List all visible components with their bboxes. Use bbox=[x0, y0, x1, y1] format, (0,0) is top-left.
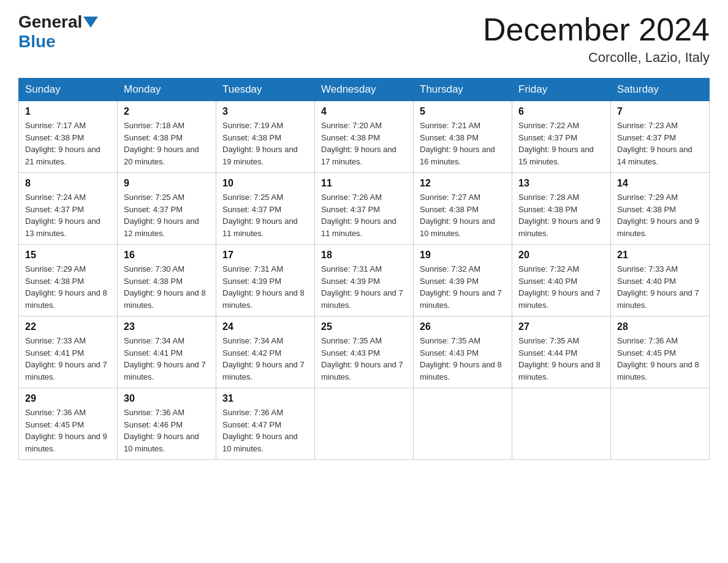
day-info: Sunrise: 7:35 AM Sunset: 4:43 PM Dayligh… bbox=[420, 335, 506, 383]
week-row-5: 29 Sunrise: 7:36 AM Sunset: 4:45 PM Dayl… bbox=[19, 388, 710, 460]
day-number: 2 bbox=[124, 106, 210, 117]
week-row-2: 8 Sunrise: 7:24 AM Sunset: 4:37 PM Dayli… bbox=[19, 173, 710, 245]
day-info: Sunrise: 7:22 AM Sunset: 4:37 PM Dayligh… bbox=[518, 120, 604, 167]
day-header-friday: Friday bbox=[512, 79, 611, 101]
header-row: SundayMondayTuesdayWednesdayThursdayFrid… bbox=[19, 79, 710, 101]
logo: General Blue bbox=[18, 12, 99, 52]
day-info: Sunrise: 7:20 AM Sunset: 4:38 PM Dayligh… bbox=[321, 120, 407, 167]
calendar-cell: 25 Sunrise: 7:35 AM Sunset: 4:43 PM Dayl… bbox=[315, 316, 414, 388]
day-number: 24 bbox=[222, 321, 308, 332]
day-number: 27 bbox=[518, 321, 604, 332]
calendar-cell: 18 Sunrise: 7:31 AM Sunset: 4:39 PM Dayl… bbox=[315, 245, 414, 316]
calendar-cell: 2 Sunrise: 7:18 AM Sunset: 4:38 PM Dayli… bbox=[118, 101, 216, 173]
day-info: Sunrise: 7:23 AM Sunset: 4:37 PM Dayligh… bbox=[617, 120, 703, 167]
day-header-saturday: Saturday bbox=[611, 79, 710, 101]
calendar-cell: 28 Sunrise: 7:36 AM Sunset: 4:45 PM Dayl… bbox=[611, 316, 710, 388]
day-number: 14 bbox=[617, 178, 703, 189]
calendar-cell: 9 Sunrise: 7:25 AM Sunset: 4:37 PM Dayli… bbox=[118, 173, 216, 245]
day-number: 20 bbox=[518, 250, 604, 261]
week-row-3: 15 Sunrise: 7:29 AM Sunset: 4:38 PM Dayl… bbox=[19, 245, 710, 316]
day-number: 19 bbox=[420, 250, 506, 261]
day-info: Sunrise: 7:33 AM Sunset: 4:41 PM Dayligh… bbox=[25, 335, 111, 383]
day-info: Sunrise: 7:35 AM Sunset: 4:43 PM Dayligh… bbox=[321, 335, 407, 383]
day-info: Sunrise: 7:17 AM Sunset: 4:38 PM Dayligh… bbox=[25, 120, 111, 167]
day-info: Sunrise: 7:18 AM Sunset: 4:38 PM Dayligh… bbox=[124, 120, 210, 167]
day-header-sunday: Sunday bbox=[19, 79, 118, 101]
day-number: 12 bbox=[420, 178, 506, 189]
day-number: 29 bbox=[25, 393, 111, 404]
calendar-cell: 14 Sunrise: 7:29 AM Sunset: 4:38 PM Dayl… bbox=[611, 173, 710, 245]
calendar-cell: 31 Sunrise: 7:36 AM Sunset: 4:47 PM Dayl… bbox=[216, 388, 315, 460]
day-number: 18 bbox=[321, 250, 407, 261]
calendar-cell: 1 Sunrise: 7:17 AM Sunset: 4:38 PM Dayli… bbox=[19, 101, 118, 173]
calendar-cell bbox=[611, 388, 710, 460]
day-number: 15 bbox=[25, 250, 111, 261]
calendar-cell: 16 Sunrise: 7:30 AM Sunset: 4:38 PM Dayl… bbox=[118, 245, 216, 316]
day-number: 13 bbox=[518, 178, 604, 189]
calendar-cell: 12 Sunrise: 7:27 AM Sunset: 4:38 PM Dayl… bbox=[414, 173, 512, 245]
calendar-cell: 29 Sunrise: 7:36 AM Sunset: 4:45 PM Dayl… bbox=[19, 388, 118, 460]
page-header: General Blue December 2024 Corcolle, Laz… bbox=[18, 12, 710, 66]
day-number: 11 bbox=[321, 178, 407, 189]
day-number: 3 bbox=[222, 106, 308, 117]
day-info: Sunrise: 7:36 AM Sunset: 4:47 PM Dayligh… bbox=[222, 407, 308, 454]
day-number: 5 bbox=[420, 106, 506, 117]
day-number: 1 bbox=[25, 106, 111, 117]
calendar-cell: 27 Sunrise: 7:35 AM Sunset: 4:44 PM Dayl… bbox=[512, 316, 611, 388]
day-info: Sunrise: 7:19 AM Sunset: 4:38 PM Dayligh… bbox=[222, 120, 308, 167]
calendar-cell: 10 Sunrise: 7:25 AM Sunset: 4:37 PM Dayl… bbox=[216, 173, 315, 245]
day-info: Sunrise: 7:29 AM Sunset: 4:38 PM Dayligh… bbox=[617, 191, 703, 239]
day-info: Sunrise: 7:26 AM Sunset: 4:37 PM Dayligh… bbox=[321, 191, 407, 239]
day-number: 21 bbox=[617, 250, 703, 261]
day-number: 22 bbox=[25, 321, 111, 332]
day-info: Sunrise: 7:27 AM Sunset: 4:38 PM Dayligh… bbox=[420, 191, 506, 239]
day-info: Sunrise: 7:34 AM Sunset: 4:41 PM Dayligh… bbox=[124, 335, 210, 383]
calendar-cell: 20 Sunrise: 7:32 AM Sunset: 4:40 PM Dayl… bbox=[512, 245, 611, 316]
day-number: 30 bbox=[124, 393, 210, 404]
calendar-cell bbox=[512, 388, 611, 460]
calendar-cell: 6 Sunrise: 7:22 AM Sunset: 4:37 PM Dayli… bbox=[512, 101, 611, 173]
calendar-cell: 4 Sunrise: 7:20 AM Sunset: 4:38 PM Dayli… bbox=[315, 101, 414, 173]
calendar-cell: 13 Sunrise: 7:28 AM Sunset: 4:38 PM Dayl… bbox=[512, 173, 611, 245]
day-header-monday: Monday bbox=[118, 79, 216, 101]
calendar-cell: 11 Sunrise: 7:26 AM Sunset: 4:37 PM Dayl… bbox=[315, 173, 414, 245]
day-info: Sunrise: 7:35 AM Sunset: 4:44 PM Dayligh… bbox=[518, 335, 604, 383]
title-section: December 2024 Corcolle, Lazio, Italy bbox=[483, 12, 710, 66]
logo-general-text: General bbox=[18, 12, 82, 32]
week-row-1: 1 Sunrise: 7:17 AM Sunset: 4:38 PM Dayli… bbox=[19, 101, 710, 173]
calendar-cell bbox=[315, 388, 414, 460]
calendar-cell: 26 Sunrise: 7:35 AM Sunset: 4:43 PM Dayl… bbox=[414, 316, 512, 388]
day-number: 23 bbox=[124, 321, 210, 332]
day-info: Sunrise: 7:32 AM Sunset: 4:39 PM Dayligh… bbox=[420, 263, 506, 311]
day-info: Sunrise: 7:30 AM Sunset: 4:38 PM Dayligh… bbox=[124, 263, 210, 311]
day-info: Sunrise: 7:36 AM Sunset: 4:45 PM Dayligh… bbox=[617, 335, 703, 383]
day-number: 26 bbox=[420, 321, 506, 332]
day-number: 25 bbox=[321, 321, 407, 332]
day-number: 7 bbox=[617, 106, 703, 117]
day-info: Sunrise: 7:28 AM Sunset: 4:38 PM Dayligh… bbox=[518, 191, 604, 239]
day-info: Sunrise: 7:25 AM Sunset: 4:37 PM Dayligh… bbox=[124, 191, 210, 239]
day-info: Sunrise: 7:33 AM Sunset: 4:40 PM Dayligh… bbox=[617, 263, 703, 311]
calendar-cell: 21 Sunrise: 7:33 AM Sunset: 4:40 PM Dayl… bbox=[611, 245, 710, 316]
day-number: 31 bbox=[222, 393, 308, 404]
calendar-cell bbox=[414, 388, 512, 460]
logo-triangle-icon bbox=[83, 17, 98, 28]
day-number: 10 bbox=[222, 178, 308, 189]
day-info: Sunrise: 7:25 AM Sunset: 4:37 PM Dayligh… bbox=[222, 191, 308, 239]
day-info: Sunrise: 7:32 AM Sunset: 4:40 PM Dayligh… bbox=[518, 263, 604, 311]
month-title: December 2024 bbox=[483, 12, 710, 47]
day-number: 4 bbox=[321, 106, 407, 117]
calendar-cell: 17 Sunrise: 7:31 AM Sunset: 4:39 PM Dayl… bbox=[216, 245, 315, 316]
day-number: 9 bbox=[124, 178, 210, 189]
location-text: Corcolle, Lazio, Italy bbox=[483, 50, 710, 66]
calendar-cell: 5 Sunrise: 7:21 AM Sunset: 4:38 PM Dayli… bbox=[414, 101, 512, 173]
calendar-cell: 23 Sunrise: 7:34 AM Sunset: 4:41 PM Dayl… bbox=[118, 316, 216, 388]
day-header-tuesday: Tuesday bbox=[216, 79, 315, 101]
day-info: Sunrise: 7:36 AM Sunset: 4:45 PM Dayligh… bbox=[25, 407, 111, 454]
day-header-wednesday: Wednesday bbox=[315, 79, 414, 101]
calendar-cell: 24 Sunrise: 7:34 AM Sunset: 4:42 PM Dayl… bbox=[216, 316, 315, 388]
calendar-cell: 30 Sunrise: 7:36 AM Sunset: 4:46 PM Dayl… bbox=[118, 388, 216, 460]
logo-blue-text: Blue bbox=[18, 32, 56, 52]
day-info: Sunrise: 7:24 AM Sunset: 4:37 PM Dayligh… bbox=[25, 191, 111, 239]
calendar-cell: 8 Sunrise: 7:24 AM Sunset: 4:37 PM Dayli… bbox=[19, 173, 118, 245]
